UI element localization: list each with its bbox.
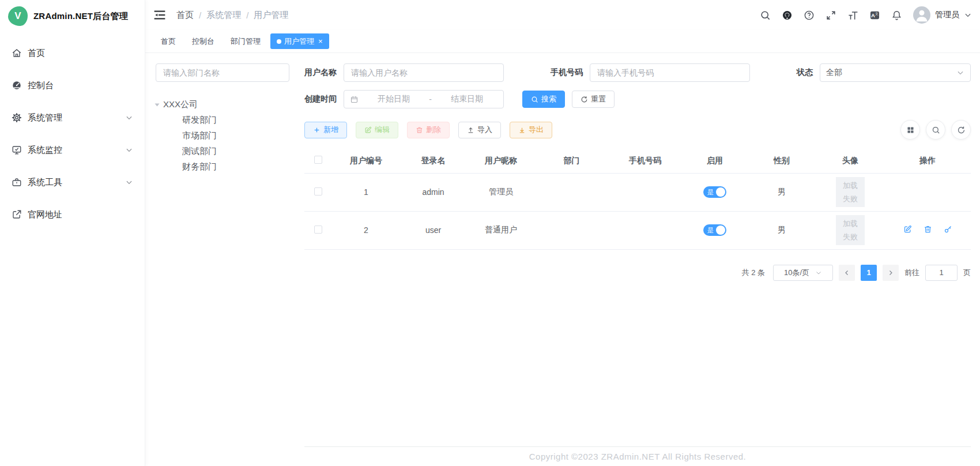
columns-grid-icon[interactable] bbox=[900, 120, 920, 140]
close-icon[interactable]: × bbox=[318, 37, 323, 45]
page-number-1[interactable]: 1 bbox=[861, 265, 877, 281]
search-icon[interactable] bbox=[760, 10, 771, 21]
sidebar-item-label: 系统监控 bbox=[28, 145, 119, 156]
export-button[interactable]: 导出 bbox=[510, 122, 552, 138]
col-gender: 性别 bbox=[747, 149, 816, 173]
prev-page-button[interactable] bbox=[839, 265, 855, 281]
chevron-down-icon bbox=[125, 178, 133, 186]
page-size-select[interactable]: 10条/页 bbox=[773, 265, 833, 281]
add-button[interactable]: 新增 bbox=[304, 122, 347, 138]
chevron-down-icon bbox=[125, 146, 133, 154]
toggle-knob bbox=[716, 226, 725, 235]
tree-node-company[interactable]: XXX公司 bbox=[156, 97, 289, 112]
calendar-icon bbox=[350, 95, 359, 104]
tab-dept[interactable]: 部门管理 bbox=[224, 33, 267, 49]
bell-icon[interactable] bbox=[891, 10, 902, 21]
tree-node-market[interactable]: 市场部门 bbox=[156, 128, 289, 144]
sidebar-item-label: 官网地址 bbox=[28, 209, 133, 220]
breadcrumb-separator: / bbox=[199, 10, 201, 20]
app-logo[interactable]: V ZRAdmin.NET后台管理 bbox=[0, 0, 145, 32]
tree-node-test[interactable]: 测试部门 bbox=[156, 144, 289, 159]
breadcrumb-item-users: 用户管理 bbox=[254, 10, 288, 21]
dept-panel: XXX公司 研发部门 市场部门 测试部门 财务部门 bbox=[156, 63, 289, 466]
username-input[interactable] bbox=[344, 63, 504, 82]
sidebar-item-system-tools[interactable]: 系统工具 bbox=[0, 166, 145, 198]
sidebar-item-label: 首页 bbox=[28, 48, 133, 59]
row-checkbox[interactable] bbox=[314, 187, 322, 196]
col-dept: 部门 bbox=[536, 149, 608, 173]
footer: Copyright ©2023 ZRAdmin.NET All Rights R… bbox=[304, 446, 971, 466]
enabled-toggle[interactable]: 是 bbox=[703, 186, 726, 198]
sidebar-item-official-site[interactable]: 官网地址 bbox=[0, 198, 145, 231]
sidebar-item-label: 控制台 bbox=[28, 80, 133, 91]
gear-icon bbox=[12, 112, 22, 123]
row-key-icon[interactable] bbox=[944, 225, 952, 234]
dept-tree: XXX公司 研发部门 市场部门 测试部门 财务部门 bbox=[156, 97, 289, 175]
search-button[interactable]: 搜索 bbox=[522, 91, 565, 108]
sidebar-item-home[interactable]: 首页 bbox=[0, 37, 145, 69]
pagination: 共 2 条 10条/页 1 前往 页 bbox=[304, 265, 971, 281]
sidebar-item-dashboard[interactable]: 控制台 bbox=[0, 69, 145, 102]
cell-phone bbox=[608, 211, 683, 249]
translate-icon[interactable]: A文 bbox=[869, 10, 880, 21]
delete-button-label: 删除 bbox=[426, 125, 441, 135]
reset-button[interactable]: 重置 bbox=[572, 91, 615, 108]
help-icon[interactable] bbox=[804, 10, 815, 21]
fullscreen-icon[interactable] bbox=[826, 10, 836, 21]
tab-users[interactable]: 用户管理 × bbox=[270, 33, 329, 49]
sidebar-fold-icon[interactable] bbox=[153, 9, 166, 21]
github-icon[interactable] bbox=[782, 10, 793, 21]
tabs-bar: 首页 控制台 部门管理 用户管理 × bbox=[145, 30, 980, 53]
sidebar-item-system-monitor[interactable]: 系统监控 bbox=[0, 134, 145, 166]
goto-label: 前往 bbox=[904, 268, 919, 278]
delete-button[interactable]: 删除 bbox=[407, 122, 450, 138]
row-delete-icon[interactable] bbox=[924, 225, 932, 234]
user-menu[interactable]: 管理员 bbox=[913, 6, 972, 24]
goto-page-input[interactable] bbox=[925, 265, 958, 281]
select-all-checkbox[interactable] bbox=[314, 156, 322, 164]
sidebar-item-label: 系统管理 bbox=[28, 112, 119, 123]
col-enabled: 启用 bbox=[683, 149, 747, 173]
navbar-right: A文 管理员 bbox=[760, 6, 972, 24]
row-checkbox[interactable] bbox=[314, 226, 322, 234]
table-search-icon[interactable] bbox=[926, 120, 945, 140]
sidebar: V ZRAdmin.NET后台管理 首页 控制台 系统管理 bbox=[0, 0, 145, 466]
cell-actions bbox=[884, 211, 971, 249]
sidebar-item-label: 系统工具 bbox=[28, 177, 119, 188]
home-icon bbox=[12, 48, 22, 58]
col-login: 登录名 bbox=[400, 149, 466, 173]
page-content: XXX公司 研发部门 市场部门 测试部门 财务部门 用户名称 手机号码 bbox=[145, 53, 980, 466]
font-size-icon[interactable] bbox=[847, 10, 858, 21]
logo-icon: V bbox=[8, 6, 28, 26]
app-title: ZRAdmin.NET后台管理 bbox=[33, 11, 128, 22]
next-page-button[interactable] bbox=[883, 265, 899, 281]
breadcrumb-item-system[interactable]: 系统管理 bbox=[206, 10, 241, 21]
cell-user-id: 2 bbox=[332, 211, 400, 249]
tree-caret-icon bbox=[155, 103, 160, 106]
toggle-on-label: 是 bbox=[707, 189, 714, 196]
tree-node-dev[interactable]: 研发部门 bbox=[156, 112, 289, 128]
enabled-toggle[interactable]: 是 bbox=[703, 224, 726, 236]
breadcrumb-item-home[interactable]: 首页 bbox=[176, 10, 194, 21]
tab-home[interactable]: 首页 bbox=[154, 33, 182, 49]
status-select[interactable]: 全部 bbox=[820, 63, 971, 82]
import-button[interactable]: 导入 bbox=[458, 122, 501, 138]
edit-button[interactable]: 编辑 bbox=[356, 122, 398, 138]
row-edit-icon[interactable] bbox=[903, 225, 912, 234]
col-user-id: 用户编号 bbox=[332, 149, 400, 173]
tree-node-finance[interactable]: 财务部门 bbox=[156, 159, 289, 175]
date-range-picker[interactable]: 开始日期 - 结束日期 bbox=[344, 90, 504, 108]
monitor-icon bbox=[12, 145, 22, 155]
top-navbar: 首页 / 系统管理 / 用户管理 A文 bbox=[145, 0, 980, 30]
toggle-knob bbox=[716, 187, 725, 197]
tab-dashboard[interactable]: 控制台 bbox=[186, 33, 221, 49]
refresh-icon[interactable] bbox=[951, 120, 971, 140]
dept-search-input[interactable] bbox=[156, 63, 289, 82]
cell-dept bbox=[536, 211, 608, 249]
filter-row-1: 用户名称 手机号码 状态 全部 bbox=[304, 63, 971, 82]
col-phone: 手机号码 bbox=[608, 149, 683, 173]
phone-input[interactable] bbox=[590, 63, 750, 82]
sidebar-item-system-admin[interactable]: 系统管理 bbox=[0, 102, 145, 134]
sidebar-menu: 首页 控制台 系统管理 系统监控 bbox=[0, 32, 145, 231]
pagination-total: 共 2 条 bbox=[742, 268, 765, 278]
